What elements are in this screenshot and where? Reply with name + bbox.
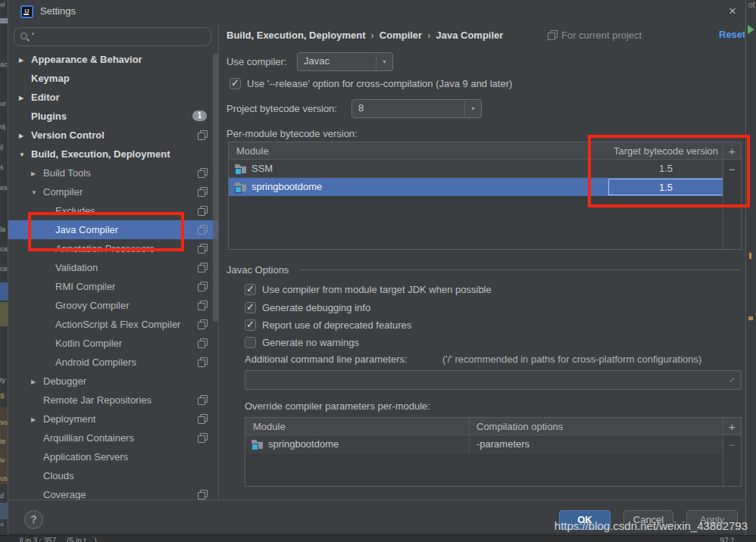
sidebar-item-debugger[interactable]: ▶Debugger [8, 372, 218, 391]
chevron-right-icon[interactable]: ▶ [19, 51, 31, 70]
checkbox-no-warnings[interactable]: Generate no warnings [245, 336, 359, 350]
use-compiler-select[interactable]: Javac ▼ [297, 52, 393, 71]
clipped-text-fragment: S [0, 392, 5, 400]
folder-icon [0, 18, 8, 23]
search-history-caret-icon[interactable]: ▾ [31, 31, 34, 37]
checkbox-icon[interactable]: ✓ [245, 284, 256, 295]
remove-row-button[interactable]: − [723, 163, 741, 176]
sidebar-item-keymap[interactable]: Keymap [8, 69, 218, 88]
sidebar-item-remote-jar-repositories[interactable]: Remote Jar Repositories [8, 391, 218, 410]
screenshot-root: vi ac or oj il s es la ca ce ty S so te … [0, 0, 756, 542]
add-row-button[interactable]: + [723, 145, 741, 157]
sidebar-item-build-execution-deployment[interactable]: ▼Build, Execution, Deployment [8, 145, 218, 164]
chevron-right-icon[interactable]: ▶ [31, 410, 43, 429]
column-header-module[interactable]: Module [236, 142, 269, 160]
caret-position-fragment: 97:1 [720, 536, 735, 542]
column-header-module[interactable]: Module [253, 418, 286, 435]
search-input[interactable] [40, 29, 203, 45]
table-toolbar: + − [723, 418, 741, 486]
sidebar-item-groovy-compiler[interactable]: Groovy Compiler [8, 296, 218, 315]
sidebar-item-rmi-compiler[interactable]: RMI Compiler [8, 277, 218, 296]
selection-fragment [0, 282, 8, 301]
table-row[interactable]: SSM 1.5 [229, 160, 723, 178]
clipped-text-fragment: us [0, 475, 8, 482]
clipped-text-fragment: vi [0, 1, 5, 8]
sidebar-scrollbar[interactable] [213, 53, 218, 322]
close-icon[interactable]: × [724, 3, 741, 20]
project-bytecode-select[interactable]: 8 ▼ [351, 99, 482, 118]
background-window-left-edge: vi ac or oj il s es la ca ce ty S so te … [0, 0, 8, 542]
sidebar-item-plugins[interactable]: Plugins1 [8, 107, 218, 126]
checkbox-icon[interactable]: ✓ [245, 319, 256, 331]
settings-dialog: IJ Settings × ▾ ▶Appearance & Behavior K… [8, 0, 745, 534]
table-toolbar: + − [723, 142, 741, 249]
sidebar-item-application-servers[interactable]: Application Servers [8, 447, 218, 466]
per-project-icon [198, 225, 208, 235]
chevron-right-icon[interactable]: ▶ [19, 89, 31, 107]
per-project-icon [198, 319, 208, 329]
checkbox-use-module-jdk[interactable]: ✓Use compiler from module target JDK whe… [245, 283, 492, 297]
warning-icon-fragment [749, 253, 751, 259]
sidebar-item-compiler[interactable]: ▼Compiler [8, 182, 218, 201]
chevron-down-icon[interactable]: ▼ [31, 183, 43, 202]
chevron-down-icon[interactable]: ▼ [19, 145, 31, 164]
sidebar-item-android-compilers[interactable]: Android Compilers [8, 353, 218, 372]
checkbox-icon[interactable]: ✓ [230, 78, 241, 89]
sidebar-item-deployment[interactable]: ▶Deployment [8, 410, 218, 428]
sidebar-item-arquillian-containers[interactable]: Arquillian Containers [8, 428, 218, 447]
chevron-right-icon[interactable]: ▶ [31, 372, 43, 391]
reset-link[interactable]: Reset [719, 29, 745, 40]
release-option-checkbox[interactable]: ✓Use '--release' option for cross-compil… [230, 77, 512, 91]
sidebar-item-clouds[interactable]: Clouds [8, 466, 218, 485]
sidebar-item-actionscript-flex-compiler[interactable]: ActionScript & Flex Compiler [8, 315, 218, 334]
settings-search[interactable]: ▾ [14, 27, 211, 46]
sidebar-item-validation[interactable]: Validation [8, 258, 218, 277]
clipped-text-fragment: < [0, 521, 4, 528]
checkbox-debugging-info[interactable]: ✓Generate debugging info [245, 301, 370, 315]
sidebar-item-kotlin-compiler[interactable]: Kotlin Compiler [8, 334, 218, 353]
override-label: Override compiler parameters per-module: [245, 400, 430, 412]
column-header-options[interactable]: Compilation options [476, 418, 563, 435]
sidebar-item-java-compiler[interactable]: Java Compiler [8, 220, 218, 239]
table-row-selected[interactable]: springbootdome 1.5 [229, 178, 723, 196]
chevron-down-icon[interactable]: ▼ [464, 100, 481, 117]
checkbox-icon[interactable]: ✓ [245, 302, 256, 313]
editor-fragment [0, 302, 8, 326]
target-version-edit-cell[interactable]: 1.5 [608, 179, 723, 195]
sidebar-item-editor[interactable]: ▶Editor [8, 88, 218, 107]
table-row[interactable]: springbootdome -parameters [245, 435, 723, 453]
sidebar-item-excludes[interactable]: Excludes [8, 201, 218, 220]
help-button[interactable]: ? [24, 510, 43, 529]
breadcrumb-item[interactable]: Java Compiler [436, 30, 504, 41]
additional-params-label: Additional command line parameters: [245, 354, 408, 365]
clipped-text-fragment: s [0, 164, 4, 171]
chevron-down-icon[interactable]: ▼ [376, 53, 392, 70]
sidebar-item-build-tools[interactable]: ▶Build Tools [8, 164, 218, 182]
per-project-icon [198, 206, 208, 216]
chevron-right-icon[interactable]: ▶ [19, 126, 31, 145]
sidebar-item-appearance-behavior[interactable]: ▶Appearance & Behavior [8, 50, 218, 69]
settings-tree: ▶Appearance & Behavior Keymap ▶Editor Pl… [8, 50, 218, 500]
add-row-button[interactable]: + [723, 420, 741, 433]
breadcrumb-item[interactable]: Compiler [380, 30, 422, 41]
column-header-target[interactable]: Target bytecode version [608, 142, 724, 160]
panel-divider [218, 23, 219, 500]
chevron-right-icon[interactable]: ▶ [31, 164, 43, 183]
plugins-update-badge: 1 [192, 111, 207, 121]
checkbox-deprecated-features[interactable]: ✓Report use of deprecated features [245, 319, 411, 332]
additional-params-hint: ('/' recommended in paths for cross-plat… [442, 354, 701, 365]
clipped-text-fragment: ty [0, 376, 5, 384]
checkbox-icon[interactable] [245, 337, 256, 348]
clipped-text-fragment: iv [0, 456, 5, 464]
watermark: https://blog.csdn.net/weixin_43862793 [555, 519, 748, 532]
warning-icon-fragment [748, 316, 753, 320]
sidebar-item-version-control[interactable]: ▶Version Control [8, 126, 218, 145]
expand-field-icon[interactable]: ↔ [724, 372, 738, 386]
remove-row-button[interactable]: − [723, 438, 741, 451]
per-project-icon [198, 168, 208, 178]
module-icon [235, 164, 246, 173]
sidebar-item-annotation-processors[interactable]: Annotation Processors [8, 239, 218, 258]
sidebar-item-coverage[interactable]: Coverage [8, 485, 218, 500]
breadcrumb-item[interactable]: Build, Execution, Deployment [226, 30, 365, 41]
additional-params-input[interactable]: ↔ [245, 370, 742, 390]
